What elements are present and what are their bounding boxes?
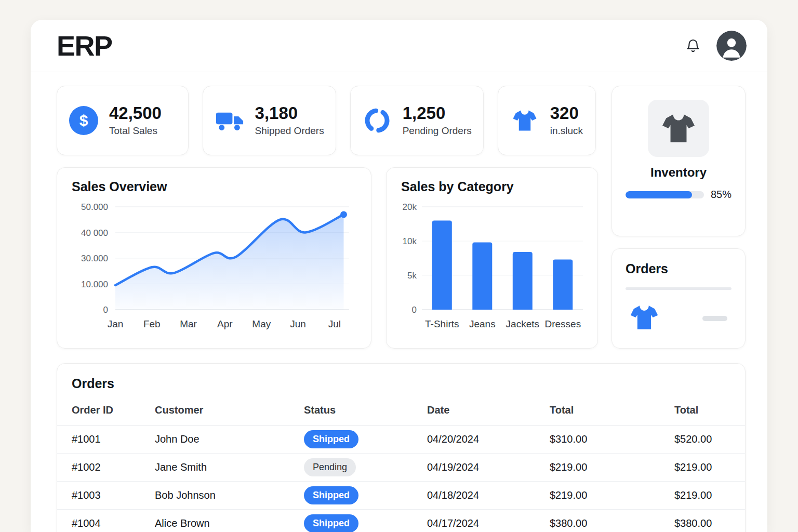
- stat-card-pending-orders: 1,250 Pending Orders: [350, 86, 484, 155]
- svg-text:Mar: Mar: [180, 318, 197, 329]
- stat-card-stock: 320 in.sluck: [498, 86, 596, 155]
- cell-status: Pending: [304, 454, 427, 482]
- divider: [626, 287, 732, 290]
- orders-table: Order ID Customer Status Date Total Tota…: [57, 396, 745, 532]
- svg-text:50.000: 50.000: [81, 202, 108, 212]
- stat-value: 42,500: [109, 104, 162, 123]
- cell-status: Shipped: [304, 482, 427, 510]
- stat-label: Shipped Orders: [255, 125, 324, 137]
- sales-by-category-card: Sales by Category 20k10k5k0T-ShirtsJeans…: [386, 167, 598, 349]
- cell-total-1: $219.00: [550, 482, 674, 510]
- cell-total-1: $219.00: [550, 454, 674, 482]
- cell-order-id: #1004: [57, 510, 155, 532]
- sales-by-category-title: Sales by Category: [401, 179, 583, 194]
- svg-text:Feb: Feb: [143, 318, 161, 329]
- user-avatar-icon: [716, 55, 747, 61]
- svg-text:May: May: [252, 318, 271, 329]
- col-header-customer: Customer: [155, 396, 304, 425]
- tshirt-icon: [630, 303, 659, 334]
- svg-text:20k: 20k: [403, 202, 417, 212]
- col-header-status: Status: [304, 396, 427, 425]
- cell-customer: Alice Brown: [155, 510, 304, 532]
- cell-total-2: $380.00: [674, 510, 745, 532]
- svg-text:10k: 10k: [403, 236, 417, 246]
- stat-value: 320: [550, 104, 583, 123]
- cell-total-2: $520.00: [674, 425, 745, 454]
- svg-text:Jackets: Jackets: [506, 318, 539, 329]
- cell-date: 04/19/2024: [427, 454, 550, 482]
- orders-table-title: Orders: [57, 376, 745, 391]
- cell-order-id: #1001: [57, 425, 155, 454]
- cell-order-id: #1003: [57, 482, 155, 510]
- status-badge: Shipped: [304, 514, 358, 532]
- cell-customer: John Doe: [155, 425, 304, 454]
- inventory-progress-bar: [626, 191, 704, 198]
- app-logo: ERP: [57, 30, 112, 62]
- stat-label: Total Sales: [109, 125, 162, 137]
- svg-text:5k: 5k: [407, 271, 417, 281]
- cell-date: 04/18/2024: [427, 482, 550, 510]
- sales-by-category-chart: 20k10k5k0T-ShirtsJeansJacketsDresses: [401, 200, 583, 331]
- inventory-title: Inventory: [650, 165, 707, 180]
- stat-card-total-sales: $ 42,500 Total Sales: [57, 86, 189, 155]
- stats-row: $ 42,500 Total Sales: [57, 86, 596, 155]
- col-header-date: Date: [427, 396, 550, 425]
- status-badge: Shipped: [304, 486, 358, 504]
- cell-customer: Jane Smith: [155, 454, 304, 482]
- svg-text:Apr: Apr: [217, 318, 233, 329]
- inventory-progress-label: 85%: [711, 189, 732, 201]
- dollar-circle-icon: $: [69, 106, 99, 135]
- svg-text:10.000: 10.000: [81, 280, 108, 289]
- cell-total-2: $219.00: [674, 454, 745, 482]
- cell-total-2: $219.00: [674, 482, 745, 510]
- tshirt-icon: [510, 108, 540, 133]
- sales-overview-chart: 50.00040 00030.00010.0000JanFebMarAprMay…: [72, 200, 356, 331]
- svg-text:30.000: 30.000: [81, 254, 108, 263]
- svg-text:Jun: Jun: [290, 318, 306, 329]
- status-badge: Shipped: [304, 430, 358, 448]
- orders-table-body: #1001John DoeShipped04/20/2024$310.00$52…: [57, 425, 745, 532]
- table-row[interactable]: #1001John DoeShipped04/20/2024$310.00$52…: [57, 425, 745, 454]
- table-row[interactable]: #1002Jane SmithPending04/19/2024$219.00$…: [57, 454, 745, 482]
- placeholder-bar: [702, 316, 727, 321]
- inventory-card: Inventory 85%: [611, 86, 746, 236]
- svg-text:Dresses: Dresses: [544, 318, 581, 329]
- truck-icon: [215, 110, 245, 131]
- orders-summary-title: Orders: [626, 261, 732, 276]
- cell-status: Shipped: [304, 510, 427, 532]
- table-row[interactable]: #1003Bob JohnsonShipped04/18/2024$219.00…: [57, 482, 745, 510]
- sales-overview-title: Sales Overview: [72, 179, 356, 194]
- status-badge: Pending: [304, 458, 356, 476]
- app-window: ERP: [31, 20, 767, 532]
- table-header-row: Order ID Customer Status Date Total Tota…: [57, 396, 745, 425]
- cell-date: 04/20/2024: [427, 425, 550, 454]
- header-actions: [685, 31, 747, 61]
- svg-text:40 000: 40 000: [81, 228, 108, 238]
- progress-ring-icon: [362, 107, 392, 134]
- table-row[interactable]: #1004Alice BrownShipped04/17/2024$380.00…: [57, 510, 745, 532]
- cell-total-1: $380.00: [550, 510, 674, 532]
- orders-table-card: Orders Order ID Customer Status Date Tot…: [57, 363, 746, 532]
- stat-label: Pending Orders: [403, 125, 472, 137]
- notifications-button[interactable]: [685, 37, 701, 55]
- stat-card-shipped-orders: 3,180 Shipped Orders: [203, 86, 336, 155]
- user-avatar[interactable]: [716, 31, 747, 61]
- orders-summary-card: Orders: [611, 248, 746, 349]
- cell-customer: Bob Johnson: [155, 482, 304, 510]
- svg-text:T-Shirts: T-Shirts: [425, 318, 459, 329]
- cell-order-id: #1002: [57, 454, 155, 482]
- col-header-order-id: Order ID: [57, 396, 155, 425]
- bell-icon: [685, 37, 701, 55]
- inventory-progress-fill: [626, 191, 692, 198]
- svg-text:0: 0: [103, 305, 108, 315]
- stat-value: 3,180: [255, 104, 324, 123]
- svg-text:Jan: Jan: [108, 318, 124, 329]
- dashboard-content: $ 42,500 Total Sales: [31, 72, 767, 532]
- stat-value: 1,250: [403, 104, 472, 123]
- col-header-total-1: Total: [550, 396, 674, 425]
- tshirt-icon: [648, 100, 709, 157]
- cell-status: Shipped: [304, 425, 427, 454]
- svg-text:Jeans: Jeans: [469, 318, 496, 329]
- sales-overview-card: Sales Overview 50.00040 00030.00010.0000…: [57, 167, 371, 349]
- stat-label: in.sluck: [550, 125, 583, 137]
